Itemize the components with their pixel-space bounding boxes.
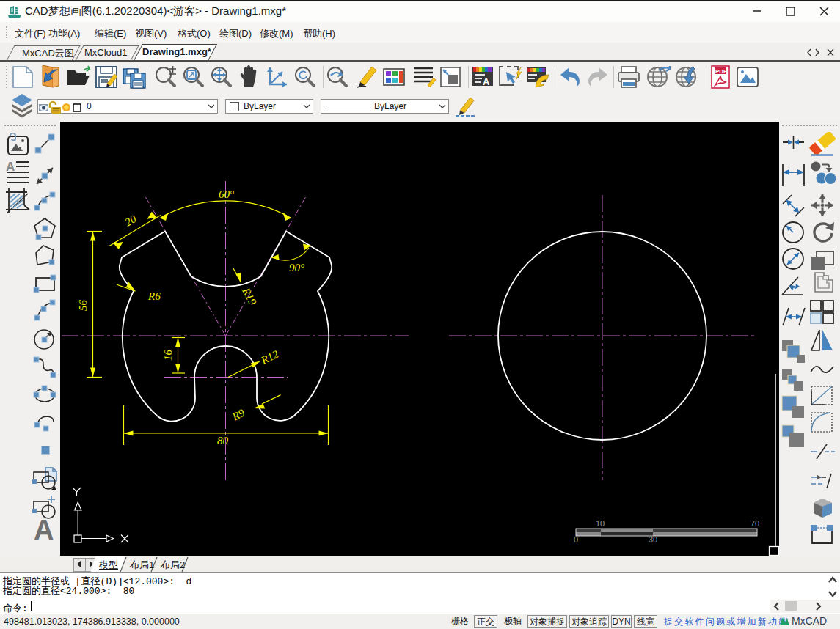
svg-text:20: 20	[123, 213, 139, 229]
svg-text:R19: R19	[240, 285, 259, 307]
svg-text:90°: 90°	[289, 262, 304, 273]
svg-text:PDF: PDF	[715, 68, 727, 75]
svg-text:60°: 60°	[219, 188, 234, 200]
svg-text:56: 56	[77, 300, 89, 312]
svg-text:30: 30	[649, 535, 657, 544]
svg-text:10: 10	[596, 519, 605, 528]
svg-text:80: 80	[217, 435, 229, 446]
svg-text:A: A	[483, 76, 490, 87]
svg-text:16: 16	[162, 350, 174, 361]
svg-text:0: 0	[574, 535, 578, 544]
svg-text:R9: R9	[230, 406, 247, 423]
svg-text:R6: R6	[147, 290, 161, 302]
svg-text:70: 70	[750, 519, 759, 528]
svg-text:R12: R12	[258, 348, 280, 367]
